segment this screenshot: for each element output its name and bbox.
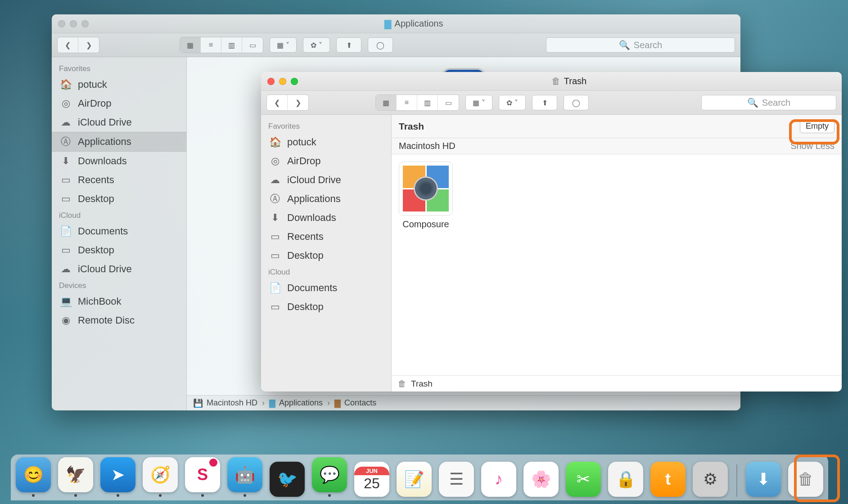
dock-separator xyxy=(736,464,737,497)
trash-path-label[interactable]: Trash xyxy=(411,379,433,389)
group-dropdown[interactable]: ▦ ˅ xyxy=(270,37,297,53)
action-dropdown[interactable]: ✿ ˅ xyxy=(303,37,330,53)
icon-view-button[interactable]: ▦ xyxy=(180,37,201,53)
gallery-view-button[interactable]: ▭ xyxy=(438,95,459,110)
list-view-button[interactable]: ≡ xyxy=(397,95,417,110)
sidebar-item-applications[interactable]: ⒶApplications xyxy=(261,189,391,208)
dock-telegram[interactable]: ➤ xyxy=(100,457,136,497)
dock-mail[interactable]: 🦅 xyxy=(58,457,94,497)
sidebar-item-potuck[interactable]: 🏠potuck xyxy=(52,75,186,94)
dock-tweetbot[interactable]: 🤖 xyxy=(227,457,263,497)
search-field[interactable]: 🔍 Search xyxy=(546,37,735,53)
sidebar-item-recents[interactable]: ▭Recents xyxy=(261,227,391,246)
empty-trash-button[interactable]: Empty xyxy=(800,119,834,133)
sidebar-favorites-label: Favorites xyxy=(261,119,391,133)
show-less-link[interactable]: Show Less xyxy=(790,141,834,151)
sidebar-item-airdrop[interactable]: ◎AirDrop xyxy=(52,94,186,113)
window-minimize-button[interactable] xyxy=(70,20,77,27)
dock-messages[interactable]: 💬 xyxy=(311,457,347,497)
dock-safari[interactable]: 🧭 xyxy=(142,457,178,497)
dock-twitter[interactable]: 🐦 xyxy=(269,462,305,497)
sidebar-item-potuck[interactable]: 🏠potuck xyxy=(261,133,391,152)
back-button[interactable]: ❮ xyxy=(267,95,288,110)
forward-button[interactable]: ❯ xyxy=(78,37,99,53)
apps-icon: Ⓐ xyxy=(269,193,281,205)
window-maximize-button[interactable] xyxy=(291,78,298,85)
dock-slack[interactable]: S xyxy=(185,457,221,497)
gallery-view-button[interactable]: ▭ xyxy=(242,37,263,53)
tags-button[interactable]: ◯ xyxy=(564,95,589,110)
desktop-icon: ▭ xyxy=(269,301,281,313)
download-icon: ⬇ xyxy=(269,212,281,224)
share-button[interactable]: ⬆ xyxy=(532,95,557,110)
dock-reminders[interactable]: ☰ xyxy=(438,462,474,497)
home-icon: 🏠 xyxy=(60,79,72,90)
doc-icon: 📄 xyxy=(60,225,72,237)
sidebar-item-desktop[interactable]: ▭Desktop xyxy=(52,189,186,208)
sidebar-item-icloud-drive[interactable]: ☁iCloud Drive xyxy=(52,113,186,132)
titlebar[interactable]: 🗑 Trash xyxy=(261,72,842,91)
dock-1password[interactable]: 🔒 xyxy=(608,462,644,497)
cloud-icon: ☁ xyxy=(60,117,72,128)
sidebar-item-documents[interactable]: 📄Documents xyxy=(261,279,391,297)
dock-notes[interactable]: 📝 xyxy=(396,462,432,497)
group-dropdown[interactable]: ▦ ˅ xyxy=(465,95,492,110)
path-seg-apps[interactable]: ▇Applications xyxy=(269,398,323,408)
window-close-button[interactable] xyxy=(267,78,275,85)
sidebar-item-desktop-icloud[interactable]: ▭Desktop xyxy=(52,241,186,260)
dock-photos[interactable]: 🌸 xyxy=(523,462,559,497)
sidebar-item-remote-disc[interactable]: ◉Remote Disc xyxy=(52,311,186,330)
search-icon: 🔍 xyxy=(747,97,758,108)
dock: 😊 🦅 ➤ 🧭 S 🤖 🐦 💬 JUN25 📝 ☰ ♪ 🌸 ✂ 🔒 t ⚙ ⬇ … xyxy=(11,454,828,500)
calendar-day: 25 xyxy=(364,475,380,492)
window-close-button[interactable] xyxy=(58,20,65,27)
sidebar-item-icloud-drive[interactable]: ☁iCloud Drive xyxy=(261,171,391,189)
sidebar-item-downloads[interactable]: ⬇Downloads xyxy=(52,152,186,171)
dock-downloads[interactable]: ⬇ xyxy=(745,462,781,497)
column-view-button[interactable]: ▥ xyxy=(221,37,242,53)
laptop-icon: 💻 xyxy=(60,296,72,307)
recents-icon: ▭ xyxy=(60,174,72,186)
sidebar-item-desktop[interactable]: ▭Desktop xyxy=(261,246,391,265)
titlebar[interactable]: ▇ Applications xyxy=(52,14,740,33)
icon-view-button[interactable]: ▦ xyxy=(376,95,397,110)
sidebar-item-applications[interactable]: ⒶApplications xyxy=(52,132,186,152)
path-seg-hd[interactable]: 💾Macintosh HD xyxy=(193,398,257,408)
sidebar-item-michbook[interactable]: 💻MichBook xyxy=(52,292,186,311)
share-button[interactable]: ⬆ xyxy=(336,37,361,53)
sidebar-item-airdrop[interactable]: ◎AirDrop xyxy=(261,152,391,171)
list-view-button[interactable]: ≡ xyxy=(201,37,221,53)
sidebar-icloud-label: iCloud xyxy=(261,265,391,279)
trash-window: 🗑 Trash ❮ ❯ ▦ ≡ ▥ ▭ ▦ ˅ ✿ ˅ ⬆ ◯ 🔍 Search… xyxy=(261,72,842,392)
column-view-button[interactable]: ▥ xyxy=(417,95,438,110)
disc-icon: ◉ xyxy=(60,315,72,326)
dock-finder[interactable]: 😊 xyxy=(15,457,51,497)
path-seg-contacts[interactable]: ▇Contacts xyxy=(334,398,376,408)
dock-calendar[interactable]: JUN25 xyxy=(354,462,390,497)
search-field[interactable]: 🔍 Search xyxy=(701,95,836,110)
sidebar-item-desktop-icloud[interactable]: ▭Desktop xyxy=(261,297,391,316)
view-buttons: ▦ ≡ ▥ ▭ xyxy=(180,37,263,53)
window-minimize-button[interactable] xyxy=(279,78,286,85)
trash-item-composure[interactable]: Composure xyxy=(399,162,453,230)
view-buttons: ▦ ≡ ▥ ▭ xyxy=(375,94,459,111)
dock-area: 😊 🦅 ➤ 🧭 S 🤖 🐦 💬 JUN25 📝 ☰ ♪ 🌸 ✂ 🔒 t ⚙ ⬇ … xyxy=(0,455,848,504)
sidebar-item-icloud-drive-2[interactable]: ☁iCloud Drive xyxy=(52,260,186,279)
tags-button[interactable]: ◯ xyxy=(368,37,393,53)
forward-button[interactable]: ❯ xyxy=(288,95,308,110)
dock-trash[interactable]: 🗑 xyxy=(788,462,824,497)
search-icon: 🔍 xyxy=(619,40,630,50)
action-dropdown[interactable]: ✿ ˅ xyxy=(499,95,526,110)
dock-settings[interactable]: ⚙ xyxy=(692,462,728,497)
sidebar-item-recents[interactable]: ▭Recents xyxy=(52,171,186,189)
cloud-icon: ☁ xyxy=(269,174,281,186)
sidebar-item-downloads[interactable]: ⬇Downloads xyxy=(261,208,391,227)
dock-music[interactable]: ♪ xyxy=(481,462,517,497)
nav-buttons: ❮ ❯ xyxy=(57,37,99,53)
sidebar-item-documents[interactable]: 📄Documents xyxy=(52,222,186,241)
back-button[interactable]: ❮ xyxy=(58,37,78,53)
dock-scissors[interactable]: ✂ xyxy=(565,462,601,497)
dock-transmit[interactable]: t xyxy=(650,462,686,497)
download-icon: ⬇ xyxy=(60,155,72,167)
window-maximize-button[interactable] xyxy=(81,20,89,27)
